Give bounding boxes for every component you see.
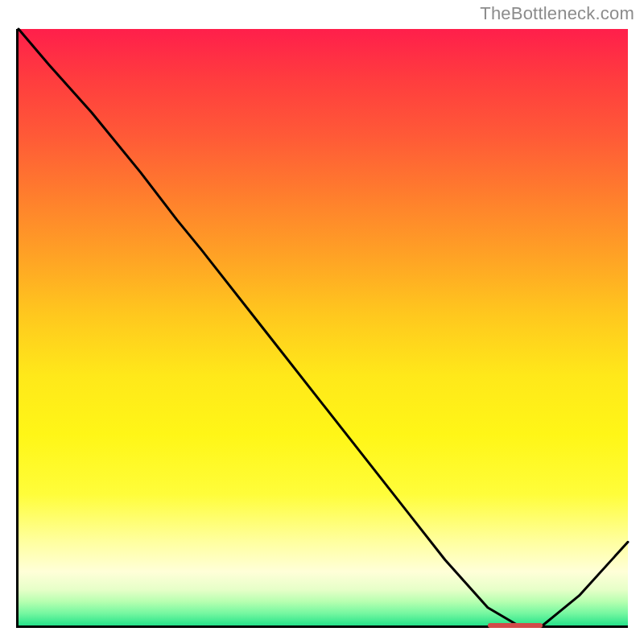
chart-line-series [19,29,628,625]
chart-min-marker [488,623,543,628]
chart-plot-area [16,29,628,628]
attribution-label: TheBottleneck.com [480,3,634,24]
